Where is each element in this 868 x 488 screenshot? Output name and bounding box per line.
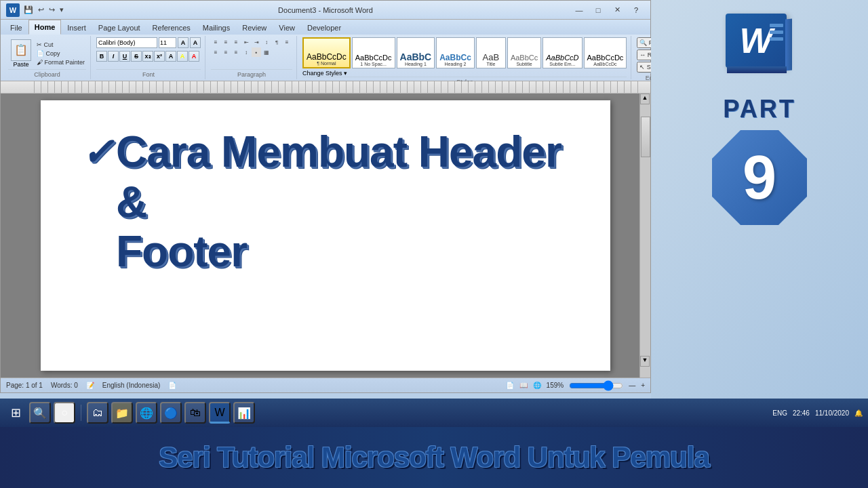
layout-mode-icon: 📄 [168,382,176,389]
style-subtitle[interactable]: AaBbCc Subtitle [507,37,541,68]
tab-home[interactable]: Home [28,20,62,35]
start-button[interactable]: ⊞ [5,401,26,424]
cortana-button[interactable]: ○ [54,402,75,424]
superscript-button[interactable]: x² [154,51,165,62]
search-taskbar-button[interactable]: 🔍 [29,402,51,424]
explorer-taskbar-button[interactable]: 📁 [111,402,133,424]
bold-button[interactable]: B [96,51,107,62]
multilevel-button[interactable]: ≡ [231,37,241,47]
increase-indent-button[interactable]: ⇥ [252,37,261,47]
vertical-scrollbar[interactable]: ▲ ▼ [639,94,650,378]
title-bar: W 💾 ↩ ↪ ▾ Document3 - Microsoft Word — □… [1,1,650,20]
zoom-out-btn[interactable]: — [629,382,635,389]
taskview-button[interactable]: 🗂 [87,402,108,424]
align-right-button[interactable]: ≡ [221,47,231,57]
underline-button[interactable]: U [119,51,130,62]
highlight-button[interactable]: A [177,51,188,62]
chrome-taskbar-button[interactable]: 🔵 [160,402,182,424]
status-bar: Page: 1 of 1 Words: 0 📝 English (Indones… [1,378,650,392]
ribbon-content: 📋 Paste ✂ Cut 📄 Copy 🖌 Format Painter Cl… [1,35,650,81]
close-button[interactable]: ✕ [608,4,626,16]
font-format-row: B I U S x₂ x² A A A [96,51,199,62]
style-heading2[interactable]: AaBbCc Heading 2 [436,37,475,68]
italic-button[interactable]: I [108,51,119,62]
octagon-container: 9 [712,130,807,225]
style-extra[interactable]: AaBbCcDc AaBbCcDc [584,37,627,68]
change-styles-button[interactable]: Change Styles ▾ [302,70,347,77]
style-no-spacing[interactable]: AaBbCcDc 1 No Spac... [352,37,395,68]
store-taskbar-button[interactable]: 🛍 [184,402,206,424]
language-indicator[interactable]: English (Indonesia) [102,382,161,389]
clipboard-small-buttons: ✂ Cut 📄 Copy 🖌 Format Painter [35,41,86,66]
decrease-indent-button[interactable]: ⇤ [241,37,251,47]
view-normal-btn[interactable]: 📄 [506,382,514,389]
maximize-button[interactable]: □ [589,4,607,16]
scrollbar-thumb[interactable] [641,117,650,157]
tab-review[interactable]: Review [236,20,273,35]
align-center-button[interactable]: ≡ [211,47,220,57]
tab-page-layout[interactable]: Page Layout [92,20,146,35]
style-normal[interactable]: AaBbCcDc ¶ Normal [302,37,351,68]
view-web-btn[interactable]: 🌐 [533,382,541,389]
logo-w-letter: W [739,20,772,61]
customize-quick-btn[interactable]: ▾ [58,5,65,15]
style-title[interactable]: AaB Title [476,37,506,68]
font-size-input[interactable] [159,37,176,48]
view-read-btn[interactable]: 📖 [519,382,528,389]
show-marks-button[interactable]: ¶ [272,37,281,47]
paste-icon: 📋 [11,39,31,61]
font-name-input[interactable] [96,37,157,48]
tab-insert[interactable]: Insert [61,20,92,35]
powerpoint-taskbar-button[interactable]: 📊 [233,402,255,424]
tab-view[interactable]: View [273,20,301,35]
word-taskbar-button[interactable]: W [209,402,231,424]
line-spacing-button[interactable]: ↕ [241,47,251,57]
shading-button[interactable]: ▪ [252,47,261,57]
format-painter-button[interactable]: 🖌 Format Painter [35,58,86,66]
quick-access: 💾 ↩ ↪ ▾ [22,5,65,15]
paragraph-label: Paragraph [211,69,292,78]
border-button[interactable]: ▦ [262,47,271,57]
redo-quick-btn[interactable]: ↪ [47,5,56,15]
tab-file[interactable]: File [4,20,28,35]
checkmark-icon: ✓ [81,131,113,174]
sort-button[interactable]: ↕ [262,37,271,47]
tab-references[interactable]: References [146,20,197,35]
zoom-in-btn[interactable]: + [641,382,645,389]
font-color-button[interactable]: A [189,51,199,62]
save-quick-btn[interactable]: 💾 [22,5,35,15]
style-heading1[interactable]: AaBbC Heading 1 [397,37,435,68]
zoom-slider[interactable] [569,382,623,390]
part-number: 9 [743,147,776,208]
cut-button[interactable]: ✂ Cut [35,41,86,49]
screen: W 💾 ↩ ↪ ▾ Document3 - Microsoft Word — □… [0,0,868,488]
shrink-font-button[interactable]: A [190,37,201,48]
subscript-button[interactable]: x₂ [142,51,153,62]
undo-quick-btn[interactable]: ↩ [37,5,45,15]
align-left-button[interactable]: ≡ [282,37,292,47]
word-logo: W [726,14,793,81]
notifications-button[interactable]: 🔔 [854,409,863,417]
paste-button[interactable]: 📋 Paste [8,38,34,69]
scroll-down-button[interactable]: ▼ [640,356,650,367]
style-subtle-emphasis[interactable]: AaBbCcD Subtle Em... [542,37,582,68]
scroll-up-button[interactable]: ▲ [640,94,650,104]
minimize-button[interactable]: — [570,4,588,16]
taskbar-date: 11/10/2020 [815,409,849,417]
tab-mailings[interactable]: Mailings [197,20,236,35]
ribbon: File Home Insert Page Layout References … [1,20,650,81]
help-button[interactable]: ? [627,4,645,16]
text-effects-button[interactable]: A [165,51,176,62]
numbering-button[interactable]: ≡ [221,37,231,47]
logo-bg: W [726,14,787,68]
copy-button[interactable]: 📄 Copy [35,49,86,58]
bullets-button[interactable]: ≡ [211,37,220,47]
right-panel: W PART [651,0,868,399]
zoom-level: 159% [547,382,564,389]
octagon: 9 [712,130,807,225]
edge-taskbar-button[interactable]: 🌐 [136,402,157,424]
strikethrough-button[interactable]: S [131,51,142,62]
tab-developer[interactable]: Developer [301,20,347,35]
grow-font-button[interactable]: A [178,37,189,48]
justify-button[interactable]: ≡ [231,47,241,57]
